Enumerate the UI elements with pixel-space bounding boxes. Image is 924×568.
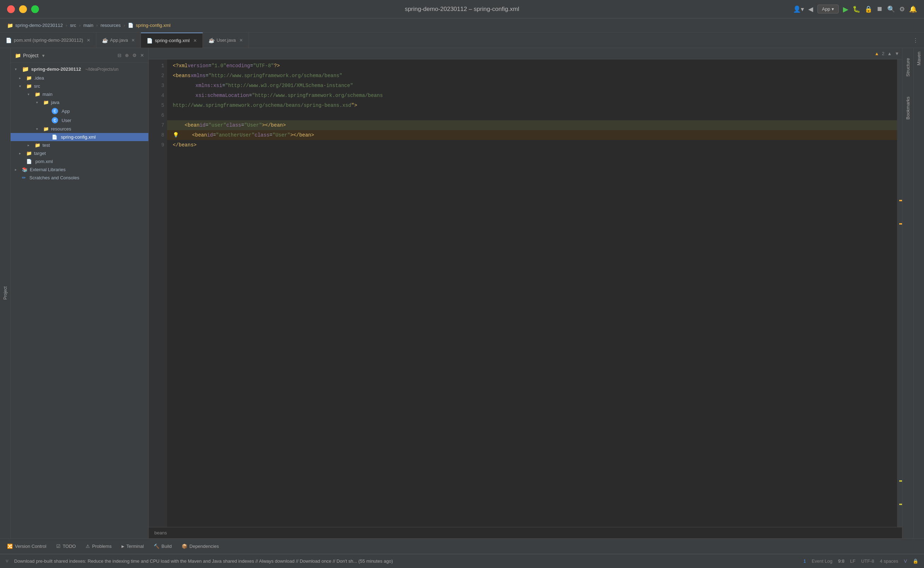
tree-item-idea[interactable]: 📁 .idea xyxy=(11,74,148,82)
project-tree: 📁 spring-demo-20230112 ~/IdeaProjects/un… xyxy=(11,63,148,538)
maximize-button[interactable] xyxy=(31,5,39,13)
arrow-java xyxy=(36,100,41,104)
folder-icon-main: 📁 xyxy=(35,92,40,97)
tab-user[interactable]: ☕ User.java ✕ xyxy=(203,33,249,48)
indent[interactable]: 4 spaces xyxy=(880,559,898,564)
close-button[interactable] xyxy=(7,5,15,13)
nav-up-icon[interactable]: ▲ xyxy=(887,51,892,56)
arrow-idea xyxy=(19,76,24,80)
minimize-button[interactable] xyxy=(19,5,27,13)
status-notification: Download pre-built shared indexes: Reduc… xyxy=(14,559,798,564)
breadcrumb-file[interactable]: 📄 spring-config.xml xyxy=(128,23,170,28)
class-icon-app: C xyxy=(52,108,58,114)
debug-button[interactable]: 🐛 xyxy=(853,5,860,13)
tab-pom[interactable]: 📄 pom.xml (spring-demo-20230112) ✕ xyxy=(0,33,96,48)
collapse-all-icon[interactable]: ⊟ xyxy=(118,53,121,58)
breadcrumb-src[interactable]: src xyxy=(70,23,76,28)
stop-button[interactable]: ⏹ xyxy=(877,5,883,13)
coverage-button[interactable]: 🔒 xyxy=(865,5,872,13)
vcs-icon[interactable]: ⑂ xyxy=(6,559,9,564)
tree-item-root[interactable]: 📁 spring-demo-20230112 ~/IdeaProjects/un xyxy=(11,64,148,74)
cursor-position[interactable]: 9:8 xyxy=(838,559,844,564)
close-sidebar-icon[interactable]: ✕ xyxy=(140,53,144,58)
bookmarks-panel-label[interactable]: Bookmarks xyxy=(905,94,910,122)
encoding[interactable]: UTF-8 xyxy=(861,559,874,564)
breadcrumb-resources[interactable]: resources xyxy=(100,23,121,28)
tab-close-app[interactable]: ✕ xyxy=(131,38,135,43)
traffic-lights xyxy=(7,5,39,13)
tab-version-control[interactable]: 🔀 Version Control xyxy=(3,541,51,551)
tree-item-target[interactable]: 📁 target xyxy=(11,149,148,157)
warning-indicator-1 xyxy=(899,200,902,201)
tab-todo[interactable]: ☑ TODO xyxy=(52,541,80,551)
run-button[interactable]: ▶ xyxy=(843,5,848,14)
dependencies-icon: 📦 xyxy=(182,544,187,549)
arrow-ext-libs xyxy=(15,168,20,172)
code-line-5: http://www.springframework.org/schema/be… xyxy=(167,100,897,110)
locate-file-icon[interactable]: ⊕ xyxy=(125,53,129,58)
tree-item-user-class[interactable]: C User xyxy=(11,116,148,125)
tab-close-pom[interactable]: ✕ xyxy=(87,38,90,43)
pom-icon-tree: 📄 xyxy=(26,159,32,164)
event-log-badge[interactable]: 1 xyxy=(803,559,806,564)
settings-sidebar-icon[interactable]: ⚙ xyxy=(132,53,137,58)
java-icon-app: ☕ xyxy=(102,38,108,43)
code-content[interactable]: <?xml version="1.0" encoding="UTF-8" ?> … xyxy=(167,59,897,527)
sidebar-title: 📁 Project ▾ xyxy=(15,53,45,58)
folder-icon-idea: 📁 xyxy=(26,76,32,81)
tab-terminal[interactable]: ▶ Terminal xyxy=(117,541,148,551)
back-icon[interactable]: ◀ xyxy=(808,5,813,13)
code-line-3: xmlns:xsi="http://www.w3.org/2001/XMLSch… xyxy=(167,81,897,91)
tab-problems[interactable]: ⚠ Problems xyxy=(82,541,116,551)
tab-close-spring[interactable]: ✕ xyxy=(193,38,197,43)
tree-item-main[interactable]: 📁 main xyxy=(11,90,148,98)
editor-area: ▲ 2 ▲ ▼ 1 2 3 4 5 6 7 8 9 xyxy=(149,48,902,538)
side-panels: Structure Bookmarks xyxy=(902,48,913,538)
project-panel-tab[interactable]: Project xyxy=(0,48,11,538)
scratches-label: Scratches and Consoles xyxy=(29,175,79,180)
tab-app[interactable]: ☕ App.java ✕ xyxy=(96,33,141,48)
tree-item-ext-libs[interactable]: 📚 External Libraries xyxy=(11,166,148,174)
breadcrumb-project[interactable]: 📁 spring-demo-20230112 xyxy=(7,23,63,28)
tab-dependencies[interactable]: 📦 Dependencies xyxy=(177,541,223,551)
scroll-gutter[interactable] xyxy=(897,59,902,527)
version-control-icon: 🔀 xyxy=(7,544,13,549)
event-log-label[interactable]: Event Log xyxy=(812,559,833,564)
vcs-branch-icon: V xyxy=(904,559,907,564)
tree-item-app-class[interactable]: C App xyxy=(11,106,148,116)
tree-item-src[interactable]: 📁 src xyxy=(11,82,148,90)
line-sep[interactable]: LF xyxy=(850,559,855,564)
tree-item-pom[interactable]: 📄 pom.xml xyxy=(11,157,148,166)
account-icon[interactable]: 👤▾ xyxy=(793,5,804,13)
tree-item-scratches[interactable]: ✏ Scratches and Consoles xyxy=(11,174,148,182)
error-indicator-2 xyxy=(899,504,902,505)
tab-spring-config[interactable]: 📄 spring-config.xml ✕ xyxy=(141,33,203,48)
arrow-root xyxy=(15,67,20,71)
tree-item-java[interactable]: 📁 java xyxy=(11,98,148,106)
lock-icon: 🔒 xyxy=(913,559,918,564)
structure-panel-label[interactable]: Structure xyxy=(905,55,910,80)
code-line-2: <beans xmlns="http://www.springframework… xyxy=(167,71,897,81)
tree-item-resources[interactable]: 📁 resources xyxy=(11,125,148,133)
tree-item-test[interactable]: 📁 test xyxy=(11,141,148,149)
code-editor[interactable]: 1 2 3 4 5 6 7 8 9 <?xml version="1.0" xyxy=(149,59,902,527)
terminal-icon: ▶ xyxy=(121,544,124,549)
tree-item-spring-config[interactable]: 📄 spring-config.xml xyxy=(11,133,148,141)
chevron-down-icon-sidebar[interactable]: ▾ xyxy=(42,53,45,58)
arrow-test xyxy=(27,143,33,147)
tab-build[interactable]: 🔨 Build xyxy=(149,541,176,551)
code-line-1: <?xml version="1.0" encoding="UTF-8" ?> xyxy=(167,61,897,71)
settings-icon[interactable]: ⚙ xyxy=(899,5,905,13)
code-line-7: <bean id="user" class="User" ></bean> xyxy=(167,120,897,130)
breadcrumb-main[interactable]: main xyxy=(83,23,93,28)
nav-down-icon[interactable]: ▼ xyxy=(895,51,899,56)
xml-file-icon-tree: 📄 xyxy=(52,134,58,140)
maven-panel[interactable]: Maven xyxy=(913,48,924,538)
search-icon[interactable]: 🔍 xyxy=(887,5,895,13)
run-config-dropdown[interactable]: App ▾ xyxy=(818,5,839,14)
status-bar: ⑂ Download pre-built shared indexes: Red… xyxy=(0,554,924,568)
notifications-icon[interactable]: 🔔 xyxy=(909,5,917,13)
tabs-menu-icon[interactable]: ⋮ xyxy=(913,37,918,44)
pom-icon: 📄 xyxy=(6,38,12,43)
tab-close-user[interactable]: ✕ xyxy=(239,38,243,43)
